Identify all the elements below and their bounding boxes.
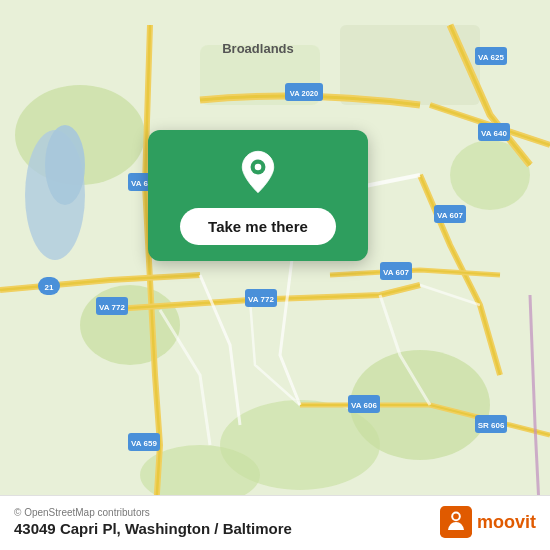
svg-text:21: 21 bbox=[45, 283, 54, 292]
address-text: 43049 Capri Pl, Washington / Baltimore bbox=[14, 520, 292, 537]
map-container: VA 659 VA 659 VA 2020 VA 625 VA 640 21 V… bbox=[0, 0, 550, 550]
svg-text:SR 606: SR 606 bbox=[478, 421, 505, 430]
svg-text:VA 2020: VA 2020 bbox=[290, 89, 318, 98]
svg-point-37 bbox=[255, 164, 262, 171]
bottom-bar: © OpenStreetMap contributors 43049 Capri… bbox=[0, 495, 550, 550]
svg-text:Broadlands: Broadlands bbox=[222, 41, 294, 56]
location-pin-icon bbox=[234, 148, 282, 196]
svg-point-8 bbox=[45, 125, 85, 205]
svg-point-4 bbox=[80, 285, 180, 365]
svg-text:VA 606: VA 606 bbox=[351, 401, 377, 410]
svg-text:VA 607: VA 607 bbox=[383, 268, 409, 277]
moovit-logo[interactable]: moovit bbox=[440, 506, 536, 538]
copyright-text: © OpenStreetMap contributors bbox=[14, 507, 292, 518]
location-card[interactable]: Take me there bbox=[148, 130, 368, 261]
svg-point-40 bbox=[453, 514, 459, 520]
svg-text:VA 625: VA 625 bbox=[478, 53, 504, 62]
svg-text:VA 607: VA 607 bbox=[437, 211, 463, 220]
svg-text:VA 772: VA 772 bbox=[99, 303, 125, 312]
address-copyright-block: © OpenStreetMap contributors 43049 Capri… bbox=[14, 507, 292, 537]
svg-text:VA 772: VA 772 bbox=[248, 295, 274, 304]
svg-text:VA 659: VA 659 bbox=[131, 439, 157, 448]
svg-text:VA 640: VA 640 bbox=[481, 129, 507, 138]
moovit-label: moovit bbox=[477, 512, 536, 533]
moovit-icon-svg bbox=[440, 506, 472, 538]
map-background: VA 659 VA 659 VA 2020 VA 625 VA 640 21 V… bbox=[0, 0, 550, 550]
take-me-there-button[interactable]: Take me there bbox=[180, 208, 336, 245]
